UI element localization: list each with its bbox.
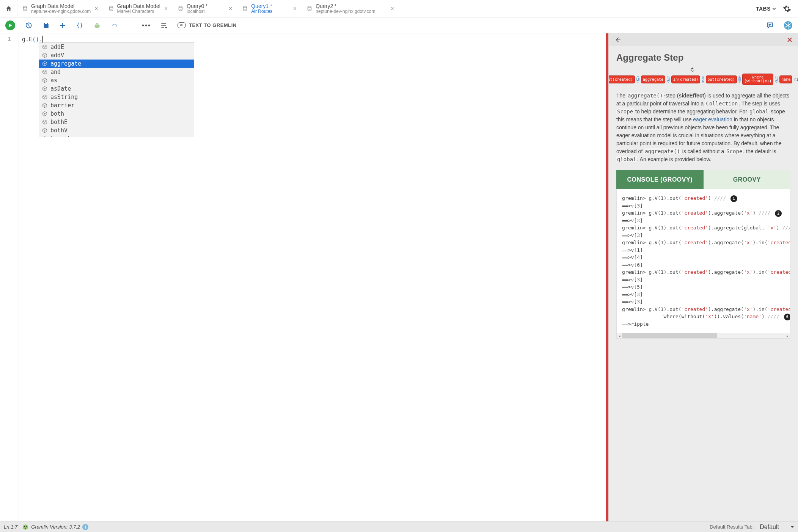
- horizontal-scrollbar[interactable]: ◂ ▸: [616, 333, 790, 339]
- editor-tab[interactable]: Query2 *neptune-dev-nginx.gdotv.com×: [302, 0, 401, 17]
- docs-close-button[interactable]: [787, 37, 793, 43]
- tab-groovy[interactable]: GROOVY: [704, 170, 791, 189]
- autocomplete-item[interactable]: addE: [39, 43, 194, 51]
- default-results-label: Default Results Tab:: [710, 524, 754, 530]
- plus-icon: [59, 22, 66, 29]
- editor-pane: 1 g.E(). addEaddVaggregateandasasDateasS…: [0, 33, 608, 521]
- autocomplete-item[interactable]: both: [39, 110, 194, 118]
- scroll-arrow-right[interactable]: ▸: [785, 333, 790, 339]
- svg-point-11: [26, 526, 27, 527]
- database-icon: [108, 6, 114, 12]
- diagram-pill: out(created): [609, 75, 635, 83]
- info-icon[interactable]: i: [82, 524, 88, 530]
- svg-point-4: [308, 6, 311, 8]
- autocomplete-item[interactable]: barrier: [39, 101, 194, 110]
- step-button[interactable]: [111, 22, 118, 29]
- bug-button[interactable]: [93, 22, 101, 29]
- chevron-down-icon: [790, 525, 794, 529]
- eager-eval-link[interactable]: eager evaluation: [693, 116, 732, 122]
- editor-tab[interactable]: Graph Data Modelneptune-dev-nginx.gdotv.…: [17, 0, 104, 17]
- autocomplete-item[interactable]: addV: [39, 51, 194, 60]
- diagram-pill: out(created): [706, 75, 737, 83]
- line-badge: 2: [775, 210, 782, 217]
- close-icon: [787, 37, 793, 43]
- autocomplete-item[interactable]: asDate: [39, 85, 194, 93]
- database-icon: [306, 6, 313, 12]
- tabbar-right: TABS: [749, 0, 798, 17]
- gremlin-icon: [22, 524, 29, 530]
- code-dot: .: [39, 36, 42, 43]
- tab-close-button[interactable]: ×: [94, 5, 99, 12]
- tab-close-button[interactable]: ×: [292, 5, 297, 12]
- console-line: gremlin> g.V(1).out('created').aggregate…: [622, 239, 790, 246]
- graph-mode-button[interactable]: [784, 21, 793, 30]
- history-button[interactable]: [25, 22, 33, 29]
- scrollbar-thumb[interactable]: [622, 333, 717, 338]
- autocomplete-label: bothV: [50, 127, 68, 134]
- format-button[interactable]: [160, 22, 168, 29]
- svg-point-0: [23, 6, 27, 8]
- diagram-num: 3: [636, 76, 639, 83]
- docs-back-button[interactable]: [614, 36, 622, 44]
- docs-panel: Aggregate Step 1 out(created) 3 aggregat…: [608, 33, 798, 521]
- autocomplete-item[interactable]: aggregate: [39, 60, 194, 68]
- tab-subtitle: Air Routes: [251, 9, 272, 14]
- console-line: ==>v[3]: [622, 291, 790, 298]
- scroll-arrow-left[interactable]: ◂: [617, 333, 622, 339]
- console-line: ==>v[5]: [622, 283, 790, 291]
- chevron-down-icon: [772, 7, 776, 11]
- autocomplete-label: asString: [50, 94, 78, 100]
- autocomplete-item[interactable]: bothV: [39, 126, 194, 135]
- tab-console-groovy[interactable]: CONSOLE (GROOVY): [616, 170, 704, 189]
- diagram-num: 3: [667, 76, 670, 83]
- save-button[interactable]: [42, 22, 49, 29]
- tab-subtitle: neptune-dev-nginx.gdotv.com: [31, 9, 91, 14]
- autocomplete-item[interactable]: as: [39, 76, 194, 85]
- tabs-dropdown[interactable]: TABS: [756, 6, 776, 12]
- editor-tab[interactable]: Query0 *localhost×: [173, 0, 237, 17]
- arrow-left-icon: [614, 36, 622, 44]
- run-button[interactable]: [5, 20, 15, 30]
- console-line: ==>v[6]: [622, 261, 790, 269]
- autocomplete-item[interactable]: asString: [39, 93, 194, 101]
- add-button[interactable]: [59, 22, 66, 29]
- tab-close-button[interactable]: ×: [228, 5, 233, 12]
- editor-tab[interactable]: Query1 *Air Routes×: [237, 0, 302, 17]
- docs-header: [609, 33, 798, 46]
- line-badge: 1: [730, 195, 737, 202]
- console-line: ==>v[3]: [622, 232, 790, 239]
- autocomplete-label: addV: [50, 52, 64, 59]
- database-icon: [22, 6, 28, 12]
- code-paren: (): [32, 36, 39, 43]
- comment-icon: [766, 22, 774, 29]
- text-to-gremlin-button[interactable]: AI TEXT TO GREMLIN: [178, 22, 237, 28]
- diagram-num: 5: [775, 76, 778, 83]
- autocomplete-label: asDate: [50, 85, 71, 92]
- console-line: gremlin> g.V(1).out('created').aggregate…: [622, 224, 790, 232]
- settings-gear-icon[interactable]: [783, 5, 791, 13]
- more-button[interactable]: [142, 24, 150, 27]
- svg-point-3: [243, 6, 247, 8]
- tab-title: Graph Data Model: [117, 3, 160, 9]
- autocomplete-item[interactable]: and: [39, 68, 194, 76]
- home-button[interactable]: [0, 0, 17, 17]
- braces-button[interactable]: [76, 22, 83, 29]
- code-example-box[interactable]: gremlin> g.V(1).out('created') //// 1==>…: [616, 189, 790, 333]
- editor-tab[interactable]: Graph Data ModelMarvel Characters×: [104, 0, 173, 17]
- svg-point-9: [23, 524, 28, 530]
- format-icon: [160, 22, 168, 29]
- autocomplete-label: bothE: [50, 119, 68, 126]
- text-caret: [42, 36, 43, 42]
- autocomplete-popup[interactable]: addEaddVaggregateandasasDateasStringbarr…: [39, 42, 194, 137]
- bug-icon: [93, 22, 101, 29]
- code-editor[interactable]: g.E(). addEaddVaggregateandasasDateasStr…: [19, 33, 606, 521]
- autocomplete-label: addE: [50, 44, 64, 50]
- tab-close-button[interactable]: ×: [163, 5, 168, 12]
- autocomplete-label: as: [50, 77, 57, 84]
- comment-button[interactable]: [766, 22, 774, 29]
- autocomplete-item[interactable]: branch: [39, 135, 194, 137]
- tab-close-button[interactable]: ×: [390, 5, 395, 12]
- docs-body[interactable]: Aggregate Step 1 out(created) 3 aggregat…: [609, 46, 798, 521]
- autocomplete-item[interactable]: bothE: [39, 118, 194, 126]
- default-results-selector[interactable]: Default Results Tab: Default: [710, 524, 794, 530]
